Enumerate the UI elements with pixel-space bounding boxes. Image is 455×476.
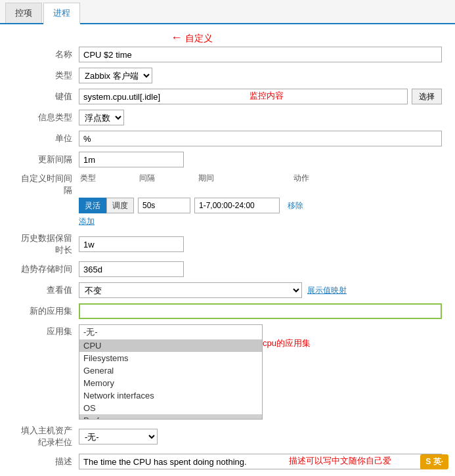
bottom-logo: S 英· — [420, 454, 448, 469]
annotation-custom-label: 自定义 — [185, 33, 213, 43]
lookup-row: 查看值 不变 展示值映射 — [13, 282, 442, 298]
key-input[interactable] — [79, 89, 408, 104]
app-list[interactable]: -无- CPU Filesystems General Memory Netwo… — [79, 324, 263, 420]
info-type-label: 信息类型 — [13, 112, 79, 123]
desc-label: 描述 — [13, 456, 79, 467]
app-item-memory[interactable]: Memory — [79, 377, 262, 389]
history-input[interactable] — [79, 236, 184, 252]
app-item-cpu[interactable]: CPU — [79, 339, 262, 352]
key-label: 键值 — [13, 91, 79, 102]
schedule-btn[interactable]: 调度 — [106, 198, 134, 213]
trend-input[interactable] — [79, 261, 184, 277]
trend-label: 趋势存储时间 — [13, 263, 79, 275]
lookup-select[interactable]: 不变 — [79, 282, 302, 298]
update-interval-row: 更新间隔 — [13, 152, 442, 167]
name-input[interactable] — [79, 47, 442, 62]
tab-controls[interactable]: 控项 — [5, 3, 42, 23]
app-item-os[interactable]: OS — [79, 402, 262, 414]
custom-time-label: 自定义时间间隔 — [13, 173, 79, 196]
host-asset-label: 填入主机资产纪录栏位 — [13, 425, 79, 448]
history-row: 历史数据保留时长 — [13, 232, 442, 256]
lookup-label: 查看值 — [13, 284, 79, 296]
info-type-row: 信息类型 浮点数 — [13, 110, 442, 125]
new-app-row: 新的应用集 — [13, 303, 442, 319]
col-type-header: 类型 — [80, 173, 139, 184]
interval-input[interactable] — [138, 198, 190, 213]
app-set-section: 应用集 -无- CPU Filesystems General Memory N… — [13, 324, 442, 420]
update-interval-label: 更新间隔 — [13, 154, 79, 165]
trend-row: 趋势存储时间 — [13, 261, 442, 277]
add-link[interactable]: 添加 — [13, 216, 442, 227]
custom-time-data-row: 灵活 调度 移除 — [13, 198, 442, 213]
monitor-content-annotation: 监控内容 — [249, 90, 284, 102]
tabs-bar: 控项 进程 — [0, 0, 455, 24]
type-row: 类型 Zabbix 客户端 — [13, 68, 442, 83]
unit-label: 单位 — [13, 133, 79, 144]
unit-input[interactable] — [79, 131, 442, 146]
type-label: 类型 — [13, 70, 79, 81]
update-interval-input[interactable] — [79, 152, 184, 167]
col-action-header: 动作 — [293, 173, 309, 184]
app-item-general[interactable]: General — [79, 364, 262, 377]
cpu-appset-annotation: cpu的应用集 — [263, 337, 311, 349]
col-interval-header: 间隔 — [139, 173, 198, 184]
info-type-select[interactable]: 浮点数 — [79, 110, 124, 125]
new-app-input[interactable] — [79, 303, 442, 319]
type-select[interactable]: Zabbix 客户端 — [79, 68, 152, 83]
tab-process[interactable]: 进程 — [43, 3, 80, 24]
custom-annotation: ← 自定义 — [171, 31, 213, 45]
app-item-filesystems[interactable]: Filesystems — [79, 352, 262, 364]
flex-btn-group: 灵活 调度 — [79, 198, 134, 213]
period-input[interactable] — [194, 198, 280, 213]
main-content: ← 自定义 名称 类型 Zabbix 客户端 键值 选择 监控内容 信息类型 浮… — [0, 24, 455, 476]
col-period-header: 期间 — [198, 173, 293, 184]
flex-btn[interactable]: 灵活 — [79, 198, 106, 213]
app-set-label: 应用集 — [13, 324, 79, 337]
desc-section: 描述 描述可以写中文随你自己爱 — [13, 454, 442, 469]
app-item-performance[interactable]: Performance — [79, 414, 262, 420]
app-item-none[interactable]: -无- — [79, 325, 262, 339]
name-label: 名称 — [13, 49, 79, 60]
history-label: 历史数据保留时长 — [13, 232, 79, 256]
key-row: 键值 选择 — [13, 89, 442, 104]
desc-annotation: 描述可以写中文随你自己爱 — [289, 455, 391, 467]
key-select-btn[interactable]: 选择 — [412, 89, 442, 104]
new-app-label: 新的应用集 — [13, 305, 79, 317]
value-map-link[interactable]: 展示值映射 — [307, 285, 347, 296]
app-set-row: 应用集 -无- CPU Filesystems General Memory N… — [13, 324, 442, 420]
host-asset-select[interactable]: -无- — [79, 429, 158, 444]
custom-time-header-row: 自定义时间间隔 类型 间隔 期间 动作 — [13, 173, 442, 196]
remove-link[interactable]: 移除 — [288, 200, 303, 211]
name-row: 名称 — [13, 47, 442, 62]
unit-row: 单位 — [13, 131, 442, 146]
app-item-network[interactable]: Network interfaces — [79, 389, 262, 402]
host-asset-row: 填入主机资产纪录栏位 -无- — [13, 425, 442, 448]
